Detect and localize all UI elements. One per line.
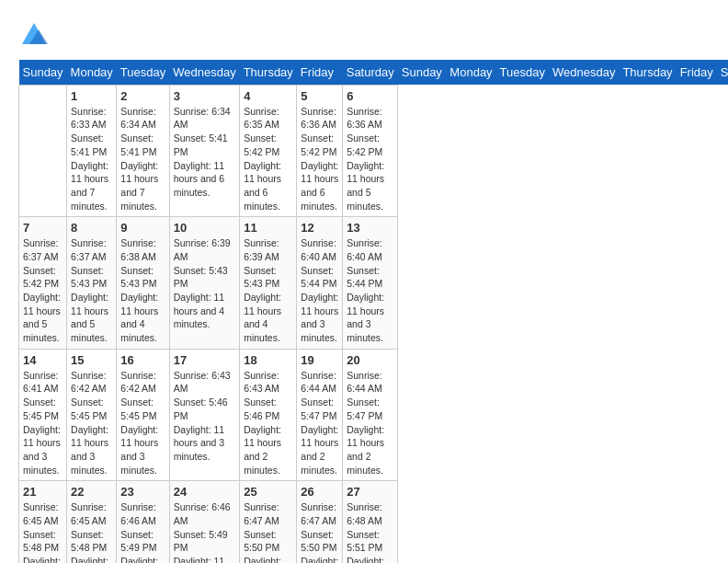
week-row-3: 21Sunrise: 6:45 AMSunset: 5:48 PMDayligh…	[19, 481, 729, 563]
header-tuesday: Tuesday	[117, 60, 169, 86]
day-info: Sunrise: 6:42 AMSunset: 5:45 PMDaylight:…	[120, 369, 165, 477]
day-number: 9	[120, 221, 165, 235]
col-header-thursday: Thursday	[619, 60, 676, 86]
day-info: Sunrise: 6:37 AMSunset: 5:42 PMDaylight:…	[23, 236, 63, 345]
day-info: Sunrise: 6:46 AMSunset: 5:49 PMDaylight:…	[120, 500, 165, 563]
col-header-wednesday: Wednesday	[549, 60, 619, 86]
day-number: 1	[71, 89, 112, 103]
day-info: Sunrise: 6:44 AMSunset: 5:47 PMDaylight:…	[347, 369, 393, 477]
week-row-1: 7Sunrise: 6:37 AMSunset: 5:42 PMDaylight…	[19, 217, 729, 350]
day-info: Sunrise: 6:42 AMSunset: 5:45 PMDaylight:…	[71, 369, 112, 477]
day-info: Sunrise: 6:34 AMSunset: 5:41 PMDaylight:…	[120, 105, 165, 213]
calendar-cell: 2Sunrise: 6:34 AMSunset: 5:41 PMDaylight…	[117, 85, 169, 217]
day-info: Sunrise: 6:38 AMSunset: 5:43 PMDaylight:…	[120, 236, 165, 345]
col-header-tuesday: Tuesday	[496, 60, 549, 86]
calendar-cell: 5Sunrise: 6:36 AMSunset: 5:42 PMDaylight…	[297, 85, 343, 217]
day-info: Sunrise: 6:37 AMSunset: 5:43 PMDaylight:…	[71, 236, 112, 345]
header-sunday: Sunday	[19, 60, 67, 86]
day-number: 16	[120, 353, 165, 367]
day-number: 20	[347, 353, 393, 367]
calendar-cell: 21Sunrise: 6:45 AMSunset: 5:48 PMDayligh…	[19, 481, 67, 563]
calendar-cell: 27Sunrise: 6:48 AMSunset: 5:51 PMDayligh…	[343, 481, 398, 563]
header-monday: Monday	[67, 60, 117, 86]
calendar-cell: 22Sunrise: 6:45 AMSunset: 5:48 PMDayligh…	[67, 481, 117, 563]
day-info: Sunrise: 6:47 AMSunset: 5:50 PMDaylight:…	[244, 500, 292, 563]
day-info: Sunrise: 6:39 AMSunset: 5:43 PMDaylight:…	[174, 236, 235, 331]
day-number: 26	[301, 485, 338, 499]
day-number: 4	[244, 89, 292, 103]
day-number: 25	[244, 485, 292, 499]
col-header-sunday: Sunday	[398, 60, 447, 86]
calendar-cell: 19Sunrise: 6:44 AMSunset: 5:47 PMDayligh…	[297, 349, 343, 481]
day-info: Sunrise: 6:48 AMSunset: 5:51 PMDaylight:…	[347, 500, 393, 563]
day-number: 7	[23, 221, 63, 235]
day-number: 11	[244, 221, 292, 235]
calendar-cell: 12Sunrise: 6:40 AMSunset: 5:44 PMDayligh…	[297, 217, 343, 350]
day-info: Sunrise: 6:39 AMSunset: 5:43 PMDaylight:…	[244, 236, 292, 345]
day-info: Sunrise: 6:35 AMSunset: 5:42 PMDaylight:…	[244, 105, 292, 213]
day-number: 2	[120, 89, 165, 103]
day-info: Sunrise: 6:45 AMSunset: 5:48 PMDaylight:…	[71, 500, 112, 563]
day-info: Sunrise: 6:41 AMSunset: 5:45 PMDaylight:…	[23, 369, 63, 477]
calendar-cell	[19, 85, 67, 217]
day-info: Sunrise: 6:40 AMSunset: 5:44 PMDaylight:…	[301, 236, 338, 345]
day-info: Sunrise: 6:47 AMSunset: 5:50 PMDaylight:…	[301, 500, 338, 563]
day-number: 18	[244, 353, 292, 367]
calendar-cell: 15Sunrise: 6:42 AMSunset: 5:45 PMDayligh…	[67, 349, 117, 481]
day-info: Sunrise: 6:36 AMSunset: 5:42 PMDaylight:…	[347, 105, 393, 213]
day-number: 21	[23, 485, 63, 499]
day-number: 5	[301, 89, 338, 103]
calendar-cell: 4Sunrise: 6:35 AMSunset: 5:42 PMDaylight…	[240, 85, 297, 217]
day-number: 23	[120, 485, 165, 499]
week-row-2: 14Sunrise: 6:41 AMSunset: 5:45 PMDayligh…	[19, 349, 729, 481]
day-number: 10	[174, 221, 235, 235]
header-friday: Friday	[297, 60, 343, 86]
day-info: Sunrise: 6:45 AMSunset: 5:48 PMDaylight:…	[23, 500, 63, 563]
day-number: 24	[174, 485, 235, 499]
col-header-saturday: Saturday	[717, 60, 728, 86]
calendar-cell: 23Sunrise: 6:46 AMSunset: 5:49 PMDayligh…	[117, 481, 169, 563]
header-saturday: Saturday	[343, 60, 398, 86]
calendar-cell: 9Sunrise: 6:38 AMSunset: 5:43 PMDaylight…	[117, 217, 169, 350]
day-info: Sunrise: 6:46 AMSunset: 5:49 PMDaylight:…	[174, 500, 235, 563]
day-number: 8	[71, 221, 112, 235]
logo-icon	[20, 18, 48, 46]
calendar-cell: 11Sunrise: 6:39 AMSunset: 5:43 PMDayligh…	[240, 217, 297, 350]
week-row-0: 1Sunrise: 6:33 AMSunset: 5:41 PMDaylight…	[19, 85, 729, 217]
day-info: Sunrise: 6:44 AMSunset: 5:47 PMDaylight:…	[301, 369, 338, 477]
calendar-cell: 26Sunrise: 6:47 AMSunset: 5:50 PMDayligh…	[297, 481, 343, 563]
calendar-cell: 14Sunrise: 6:41 AMSunset: 5:45 PMDayligh…	[19, 349, 67, 481]
calendar-cell: 20Sunrise: 6:44 AMSunset: 5:47 PMDayligh…	[343, 349, 398, 481]
calendar-cell: 25Sunrise: 6:47 AMSunset: 5:50 PMDayligh…	[240, 481, 297, 563]
calendar-cell: 8Sunrise: 6:37 AMSunset: 5:43 PMDaylight…	[67, 217, 117, 350]
day-info: Sunrise: 6:43 AMSunset: 5:46 PMDaylight:…	[174, 369, 235, 464]
day-number: 22	[71, 485, 112, 499]
day-number: 3	[174, 89, 235, 103]
day-info: Sunrise: 6:33 AMSunset: 5:41 PMDaylight:…	[71, 105, 112, 213]
calendar-table: SundayMondayTuesdayWednesdayThursdayFrid…	[18, 60, 728, 563]
calendar-cell: 3Sunrise: 6:34 AMSunset: 5:41 PMDaylight…	[169, 85, 239, 217]
day-info: Sunrise: 6:43 AMSunset: 5:46 PMDaylight:…	[244, 369, 292, 477]
calendar-cell: 16Sunrise: 6:42 AMSunset: 5:45 PMDayligh…	[117, 349, 169, 481]
day-number: 19	[301, 353, 338, 367]
header-row: SundayMondayTuesdayWednesdayThursdayFrid…	[19, 60, 729, 86]
calendar-cell: 1Sunrise: 6:33 AMSunset: 5:41 PMDaylight…	[67, 85, 117, 217]
calendar-cell: 17Sunrise: 6:43 AMSunset: 5:46 PMDayligh…	[169, 349, 239, 481]
day-info: Sunrise: 6:36 AMSunset: 5:42 PMDaylight:…	[301, 105, 338, 213]
calendar-cell: 13Sunrise: 6:40 AMSunset: 5:44 PMDayligh…	[343, 217, 398, 350]
day-number: 6	[347, 89, 393, 103]
day-number: 27	[347, 485, 393, 499]
day-number: 17	[174, 353, 235, 367]
page-header	[18, 18, 710, 51]
calendar-cell: 6Sunrise: 6:36 AMSunset: 5:42 PMDaylight…	[343, 85, 398, 217]
day-number: 15	[71, 353, 112, 367]
calendar-cell: 7Sunrise: 6:37 AMSunset: 5:42 PMDaylight…	[19, 217, 67, 350]
calendar-cell: 24Sunrise: 6:46 AMSunset: 5:49 PMDayligh…	[169, 481, 239, 563]
header-thursday: Thursday	[240, 60, 297, 86]
day-info: Sunrise: 6:40 AMSunset: 5:44 PMDaylight:…	[347, 236, 393, 345]
calendar-cell: 10Sunrise: 6:39 AMSunset: 5:43 PMDayligh…	[169, 217, 239, 350]
header-wednesday: Wednesday	[169, 60, 239, 86]
day-number: 12	[301, 221, 338, 235]
day-info: Sunrise: 6:34 AMSunset: 5:41 PMDaylight:…	[174, 105, 235, 200]
col-header-friday: Friday	[677, 60, 717, 86]
